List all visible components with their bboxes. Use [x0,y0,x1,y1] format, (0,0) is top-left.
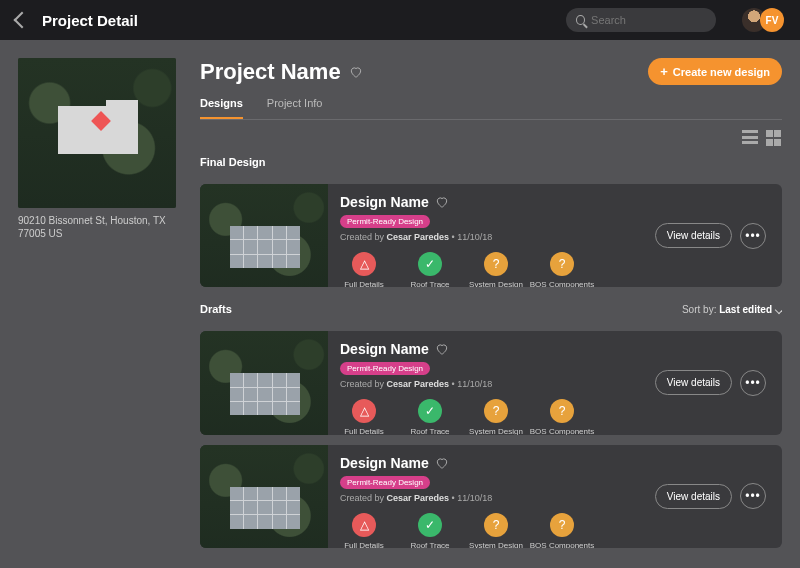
status-roof-trace[interactable]: ✓Roof Trace [406,252,454,287]
more-button[interactable]: ••• [740,483,766,509]
section-final-title: Final Design [200,156,265,168]
sort-dropdown[interactable]: Sort by: Last edited [682,304,782,315]
design-card: Design Name Permit-Ready Design Created … [200,184,782,287]
favorite-icon[interactable] [435,195,449,209]
search-icon [576,15,585,25]
favorite-icon[interactable] [435,456,449,470]
question-icon: ? [484,399,508,423]
project-sidebar: 90210 Bissonnet St, Houston, TX 77005 US [18,58,176,568]
view-details-button[interactable]: View details [655,370,732,395]
question-icon: ? [484,513,508,537]
status-system-design[interactable]: ?System Design [472,399,520,434]
create-design-button[interactable]: + Create new design [648,58,782,85]
question-icon: ? [550,252,574,276]
view-grid-icon[interactable] [766,130,782,146]
tabs: Designs Project Info [200,97,782,120]
design-card: Design Name Permit-Ready Design Created … [200,445,782,548]
check-icon: ✓ [418,399,442,423]
project-name: Project Name [200,59,363,85]
tab-project-info[interactable]: Project Info [267,97,323,119]
section-drafts-title: Drafts [200,303,232,315]
design-badge: Permit-Ready Design [340,215,430,228]
more-button[interactable]: ••• [740,370,766,396]
status-roof-trace[interactable]: ✓Roof Trace [406,399,454,434]
alert-icon: △ [352,252,376,276]
page-title: Project Detail [42,12,138,29]
status-roof-trace[interactable]: ✓Roof Trace [406,513,454,548]
user-menu[interactable]: FV [742,8,784,32]
tab-designs[interactable]: Designs [200,97,243,119]
alert-icon: △ [352,513,376,537]
status-full-details[interactable]: △Full Details [340,399,388,434]
status-bos-components[interactable]: ?BOS Components [538,513,586,548]
status-bos-components[interactable]: ?BOS Components [538,252,586,287]
view-list-icon[interactable] [742,130,758,146]
design-title: Design Name [340,455,429,471]
check-icon: ✓ [418,513,442,537]
alert-icon: △ [352,399,376,423]
design-title: Design Name [340,341,429,357]
question-icon: ? [550,513,574,537]
search-input[interactable] [591,14,706,26]
status-system-design[interactable]: ?System Design [472,513,520,548]
design-title: Design Name [340,194,429,210]
favorite-icon[interactable] [435,342,449,356]
status-full-details[interactable]: △Full Details [340,513,388,548]
topbar: Project Detail FV [0,0,800,40]
design-badge: Permit-Ready Design [340,476,430,489]
design-badge: Permit-Ready Design [340,362,430,375]
status-bos-components[interactable]: ?BOS Components [538,399,586,434]
plus-icon: + [660,65,668,78]
create-design-label: Create new design [673,66,770,78]
status-system-design[interactable]: ?System Design [472,252,520,287]
status-full-details[interactable]: △Full Details [340,252,388,287]
question-icon: ? [550,399,574,423]
view-details-button[interactable]: View details [655,223,732,248]
design-meta: Created by Cesar Paredes • 11/10/18 [340,379,655,389]
design-thumbnail[interactable] [200,331,328,434]
favorite-icon[interactable] [349,65,363,79]
project-thumbnail[interactable] [18,58,176,208]
view-details-button[interactable]: View details [655,484,732,509]
chevron-down-icon [775,306,782,314]
back-button[interactable] [14,12,31,29]
design-meta: Created by Cesar Paredes • 11/10/18 [340,493,655,503]
design-card: Design Name Permit-Ready Design Created … [200,331,782,434]
check-icon: ✓ [418,252,442,276]
avatar-initials: FV [760,8,784,32]
project-address: 90210 Bissonnet St, Houston, TX 77005 US [18,214,176,240]
more-button[interactable]: ••• [740,223,766,249]
design-thumbnail[interactable] [200,184,328,287]
design-thumbnail[interactable] [200,445,328,548]
project-name-text: Project Name [200,59,341,85]
question-icon: ? [484,252,508,276]
search-box[interactable] [566,8,716,32]
design-meta: Created by Cesar Paredes • 11/10/18 [340,232,655,242]
